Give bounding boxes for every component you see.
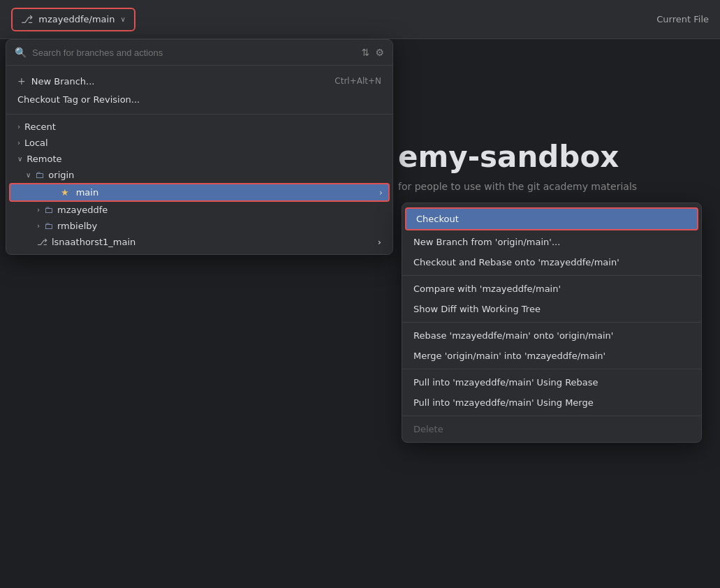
compare-label: Compare with 'mzayeddfe/main' (413, 284, 561, 294)
new-branch-from-origin-label: New Branch from 'origin/main'... (413, 237, 560, 247)
tree-folder-rmbielby[interactable]: › 🗀 rmbielby (6, 218, 392, 234)
remote-label: Remote (27, 154, 61, 164)
chevron-down-icon: ∨ (17, 155, 22, 163)
mzayeddfe-label: mzayeddfe (57, 205, 108, 215)
ctx-compare[interactable]: Compare with 'mzayeddfe/main' (402, 279, 701, 299)
settings-icon[interactable]: ⚙ (375, 47, 384, 58)
pull-merge-label: Pull into 'mzayeddfe/main' Using Merge (413, 397, 594, 408)
ctx-divider-2 (402, 322, 701, 323)
git-branch-icon: ⎇ (37, 237, 47, 247)
ctx-divider-4 (402, 416, 701, 416)
folder-icon: 🗀 (35, 170, 44, 180)
chevron-right-icon: › (17, 139, 20, 147)
current-file-label: Current File (656, 14, 709, 24)
new-branch-action[interactable]: + New Branch... Ctrl+Alt+N (6, 71, 392, 91)
tree-branch-lsnaathorst1-main[interactable]: ⎇ lsnaathorst1_main › (6, 234, 392, 250)
ctx-merge[interactable]: Merge 'origin/main' into 'mzayeddfe/main… (402, 346, 701, 366)
git-icon: ⎇ (21, 13, 33, 26)
context-menu: Checkout New Branch from 'origin/main'..… (402, 203, 702, 443)
chevron-down-icon: ∨ (26, 171, 31, 179)
lsnaathorst1-main-label: lsnaathorst1_main (52, 237, 374, 247)
pull-rebase-label: Pull into 'mzayeddfe/main' Using Rebase (413, 377, 598, 388)
bg-title: emy-sandbox (398, 140, 692, 174)
chevron-right-icon: › (37, 222, 40, 230)
filter-icon[interactable]: ⇅ (362, 47, 370, 58)
chevron-right-icon: › (17, 123, 20, 131)
toolbar-icons: ⇅ ⚙ (362, 47, 384, 58)
origin-label: origin (48, 170, 74, 180)
tree-group-recent[interactable]: › Recent (6, 119, 392, 135)
search-icon: 🔍 (15, 47, 27, 58)
tree-folder-origin[interactable]: ∨ 🗀 origin (6, 167, 392, 183)
ctx-checkout-rebase[interactable]: Checkout and Rebase onto 'mzayeddfe/main… (402, 252, 701, 272)
rmbielby-label: rmbielby (57, 221, 97, 231)
chevron-right-icon: › (37, 206, 40, 214)
checkout-rebase-label: Checkout and Rebase onto 'mzayeddfe/main… (413, 257, 619, 267)
tree-group-local[interactable]: › Local (6, 135, 392, 151)
plus-icon: + (17, 75, 26, 87)
new-branch-label: New Branch... (31, 76, 95, 87)
tree-group-remote[interactable]: ∨ Remote (6, 151, 392, 167)
folder-icon: 🗀 (44, 221, 53, 231)
bg-subtitle: for people to use with the git academy m… (398, 181, 692, 192)
branch-selector-label: mzayeddfe/main (38, 14, 115, 24)
show-diff-label: Show Diff with Working Tree (413, 304, 541, 314)
ctx-checkout[interactable]: Checkout (405, 207, 698, 230)
folder-icon: 🗀 (44, 205, 53, 215)
ctx-divider-1 (402, 275, 701, 276)
search-input[interactable] (32, 47, 356, 58)
checkout-label: Checkout (416, 214, 459, 224)
ctx-show-diff[interactable]: Show Diff with Working Tree (402, 299, 701, 319)
actions-section: + New Branch... Ctrl+Alt+N Checkout Tag … (6, 66, 392, 115)
checkout-tag-action[interactable]: Checkout Tag or Revision... (6, 91, 392, 108)
rebase-label: Rebase 'mzayeddfe/main' onto 'origin/mai… (413, 330, 613, 341)
ctx-divider-3 (402, 369, 701, 369)
checkout-tag-label: Checkout Tag or Revision... (17, 94, 140, 105)
star-icon: ★ (61, 187, 69, 198)
tree-section: › Recent › Local ∨ Remote ∨ 🗀 origin ★ m… (6, 115, 392, 254)
ctx-pull-merge[interactable]: Pull into 'mzayeddfe/main' Using Merge (402, 392, 701, 413)
ctx-pull-rebase[interactable]: Pull into 'mzayeddfe/main' Using Rebase (402, 372, 701, 392)
search-bar: 🔍 ⇅ ⚙ (6, 40, 392, 66)
ctx-delete: Delete (402, 419, 701, 439)
branch-arrow-icon: › (378, 237, 381, 247)
top-bar: ⎇ mzayeddfe/main ∨ Current File (0, 0, 720, 39)
tree-folder-mzayeddfe[interactable]: › 🗀 mzayeddfe (6, 202, 392, 218)
chevron-down-icon: ∨ (120, 15, 125, 23)
recent-label: Recent (24, 122, 56, 132)
ctx-rebase[interactable]: Rebase 'mzayeddfe/main' onto 'origin/mai… (402, 325, 701, 346)
main-label: main (76, 187, 375, 198)
branch-dropdown: 🔍 ⇅ ⚙ + New Branch... Ctrl+Alt+N Checkou… (6, 39, 393, 255)
branch-selector[interactable]: ⎇ mzayeddfe/main ∨ (11, 8, 135, 31)
ctx-new-branch-from-origin[interactable]: New Branch from 'origin/main'... (402, 232, 701, 252)
delete-label: Delete (413, 424, 443, 434)
merge-label: Merge 'origin/main' into 'mzayeddfe/main… (413, 351, 605, 361)
tree-branch-main[interactable]: ★ main › (9, 183, 390, 202)
branch-arrow-icon: › (379, 187, 383, 198)
local-label: Local (24, 138, 48, 148)
new-branch-shortcut: Ctrl+Alt+N (335, 76, 381, 86)
